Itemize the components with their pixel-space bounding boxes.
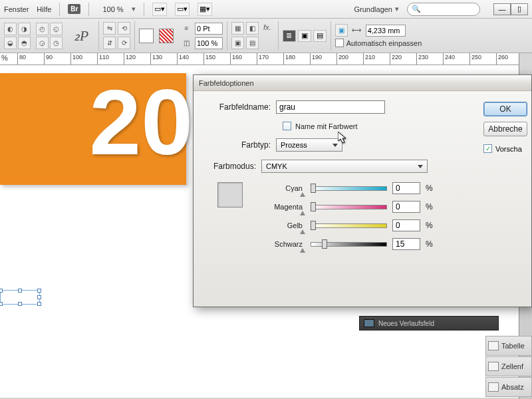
magenta-slider[interactable] — [311, 203, 387, 211]
search-icon: 🔍 — [412, 5, 421, 13]
selection-tools-2: ◴ ◵ ◶ ◷ — [36, 23, 65, 49]
preview-checkbox[interactable]: ✓ — [483, 144, 492, 153]
magenta-value-input[interactable]: 0 — [392, 201, 420, 213]
swatch-name-input[interactable]: grau — [276, 100, 385, 114]
percent-label: % — [426, 239, 433, 249]
yellow-slider[interactable] — [311, 221, 387, 229]
screen-mode-icon[interactable]: ▭▾ — [175, 3, 190, 16]
stroke-swatch[interactable] — [159, 29, 174, 43]
cancel-button[interactable]: Abbreche — [483, 122, 527, 136]
tool-icon[interactable]: ◷ — [50, 37, 63, 49]
ok-button[interactable]: OK — [483, 102, 527, 116]
swatch-name-label: Farbfeldname: — [204, 102, 276, 112]
banner-text: 20 — [89, 76, 193, 169]
panel-tab-tabelle[interactable]: Tabelle — [485, 336, 532, 356]
stroke-weight-input[interactable]: 0 Pt — [195, 23, 223, 35]
workspace-selector[interactable]: Grundlagen — [354, 5, 393, 13]
separator — [331, 21, 331, 51]
tool-icon[interactable]: ◵ — [50, 23, 63, 35]
bridge-icon[interactable]: Br — [68, 4, 80, 14]
text-wrap-icon[interactable]: ≣ — [283, 30, 296, 42]
menu-bar: Fenster Hilfe Br 100 % ▾ ▭▾ ▭▾ ▦▾ Grundl… — [0, 0, 532, 19]
text-wrap-icon[interactable]: ▤ — [313, 30, 327, 42]
table-icon — [488, 341, 499, 350]
percent-label: % — [426, 221, 433, 230]
warning-icon — [300, 221, 305, 234]
color-type-dropdown[interactable]: Prozess — [276, 138, 342, 152]
separator — [88, 3, 89, 16]
auto-fit-checkbox[interactable] — [335, 39, 344, 47]
percent-label: % — [426, 202, 433, 211]
spacing-icon: ⟷ — [350, 24, 363, 37]
preview-label: Vorscha — [495, 145, 522, 153]
name-with-value-label: Name mit Farbwert — [295, 122, 358, 130]
flip-h-icon[interactable]: ⇋ — [103, 22, 116, 35]
menu-hilfe[interactable]: Hilfe — [37, 5, 51, 13]
paragraph-format-icon[interactable]: ₂P — [68, 27, 94, 45]
chevron-down-icon — [418, 165, 423, 168]
color-mode-dropdown[interactable]: CMYK — [261, 160, 428, 173]
horizontal-ruler[interactable]: % 80901001101201301401501601701801902002… — [0, 53, 532, 65]
cyan-slider[interactable] — [311, 184, 387, 192]
selection-tools: ◐ ◑ ◒ ◓ — [4, 23, 33, 49]
view-options-icon[interactable]: ▭▾ — [152, 3, 167, 16]
tool-icon[interactable]: ◐ — [4, 23, 17, 35]
cell-icon — [488, 362, 499, 371]
zoom-level[interactable]: 100 % — [102, 5, 123, 13]
effects-icon[interactable]: ▦ — [231, 22, 244, 35]
rotate-icon[interactable]: ⟳ — [118, 37, 130, 49]
swatch-panel-row[interactable]: Neues Verlaufsfeld — [359, 316, 499, 331]
panel-tab-zellen[interactable]: Zellenf — [485, 356, 532, 376]
dialog-title-bar[interactable]: Farbfeldoptionen — [194, 75, 531, 91]
cyan-label: Cyan — [257, 184, 305, 193]
chevron-down-icon — [332, 144, 338, 147]
maximize-button[interactable]: ▯ — [511, 3, 528, 15]
separator — [227, 21, 227, 51]
paragraph-icon — [488, 382, 499, 392]
arrange-icon[interactable]: ▦▾ — [198, 3, 212, 16]
tool-icon[interactable]: ◶ — [36, 37, 49, 49]
black-slider[interactable] — [311, 240, 387, 248]
cyan-value-input[interactable]: 0 — [392, 182, 420, 194]
selected-frame[interactable] — [0, 290, 40, 305]
stroke-weight-icon: ≡ — [180, 22, 193, 35]
tool-icon[interactable]: ◒ — [4, 37, 17, 49]
color-preview-swatch — [217, 182, 243, 207]
separator — [59, 3, 60, 16]
search-input[interactable]: 🔍 — [407, 3, 480, 16]
gradient-swatch-icon — [364, 319, 374, 327]
swatch-options-dialog: Farbfeldoptionen Farbfeldname: grau Name… — [193, 74, 532, 307]
wrap-icon[interactable]: ▤ — [246, 37, 259, 49]
warning-icon — [300, 184, 305, 197]
control-toolbar: ◐ ◑ ◒ ◓ ◴ ◵ ◶ ◷ ₂P ⇋ ⟲ ⇵ ⟳ ≡ 0 Pt ◫ 100 … — [0, 19, 532, 53]
opacity-icon: ◫ — [180, 37, 193, 49]
tool-icon[interactable]: ◴ — [36, 23, 49, 35]
warning-icon — [300, 240, 305, 253]
corner-icon[interactable]: ◧ — [246, 22, 259, 35]
black-value-input[interactable]: 15 — [392, 238, 420, 250]
panel-tab-absatz[interactable]: Absatz — [485, 377, 532, 397]
separator — [144, 3, 144, 16]
ruler-origin: % — [1, 54, 8, 62]
fill-swatch[interactable] — [139, 29, 154, 43]
name-with-value-checkbox[interactable] — [283, 122, 291, 130]
menu-fenster[interactable]: Fenster — [4, 5, 29, 13]
rotate-icon[interactable]: ⟲ — [118, 22, 130, 35]
frame-fit-icon[interactable]: ▣ — [335, 24, 348, 37]
tool-icon[interactable]: ◑ — [18, 23, 31, 35]
opacity-input[interactable]: 100 % — [195, 37, 223, 49]
text-wrap-icon[interactable]: ▣ — [298, 30, 311, 42]
color-mode-label: Farbmodus: — [204, 162, 261, 171]
orange-banner[interactable]: 20 — [0, 73, 186, 185]
wrap-icon[interactable]: ▣ — [231, 37, 244, 49]
percent-label: % — [426, 184, 433, 193]
yellow-label: Gelb — [257, 221, 305, 230]
spacing-input[interactable]: 4,233 mm — [366, 25, 406, 37]
separator — [278, 21, 279, 51]
flip-v-icon[interactable]: ⇵ — [103, 37, 116, 49]
yellow-value-input[interactable]: 0 — [392, 219, 420, 231]
tool-icon[interactable]: ◓ — [18, 37, 31, 49]
minimize-button[interactable]: — — [493, 3, 511, 15]
dialog-title: Farbfeldoptionen — [199, 79, 254, 87]
auto-fit-label: Automatisch einpassen — [346, 39, 422, 47]
